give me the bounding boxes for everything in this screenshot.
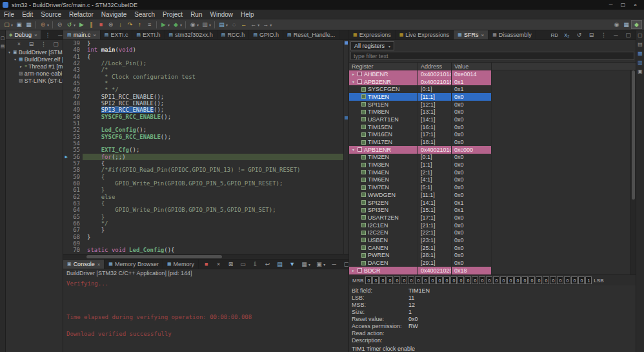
- menu-navigate[interactable]: Navigate: [97, 11, 130, 18]
- bit-box[interactable]: 0: [493, 276, 499, 284]
- skip-all-breakpoints-icon[interactable]: ⊘: [55, 20, 65, 29]
- profile-icon[interactable]: ◉▾: [188, 20, 200, 29]
- minimize-button[interactable]: ─: [605, 2, 617, 8]
- debug-tree-item[interactable]: ▾▦BuildDriver.elf [...: [6, 56, 63, 63]
- registers-filter-dropdown[interactable]: All registers ▾: [350, 41, 394, 50]
- tree-exp-icon[interactable]: ▾: [7, 50, 12, 54]
- bit-box[interactable]: 0: [557, 276, 563, 284]
- debug-perspective-icon[interactable]: ◆: [631, 20, 642, 29]
- menu-window[interactable]: Window: [206, 11, 237, 18]
- sfr-row-tim15en[interactable]: TIM15EN[16:1]0x0: [349, 123, 636, 131]
- sfr-row-i2c2en[interactable]: I2C2EN[22:1]0x0: [349, 229, 636, 236]
- bit-box[interactable]: 0: [578, 276, 585, 284]
- sfr-scrollbar-thumb[interactable]: [632, 70, 635, 200]
- bit-box[interactable]: 0: [458, 276, 464, 284]
- step-into-icon[interactable]: ↓: [116, 20, 125, 29]
- save-all-icon[interactable]: ▦: [24, 20, 34, 29]
- minimize-view-icon[interactable]: ─: [611, 30, 621, 39]
- restore-views-icon[interactable]: ▢: [1, 36, 5, 41]
- step-over-icon[interactable]: ↷: [125, 20, 135, 29]
- hex-format-icon[interactable]: x₂: [562, 30, 572, 39]
- menu-run[interactable]: Run: [186, 11, 206, 18]
- sfr-row-tim8en[interactable]: TIM8EN[13:1]0x0: [349, 108, 636, 116]
- bit-box[interactable]: 0: [387, 276, 393, 284]
- instruction-stepping-icon[interactable]: ≡: [145, 20, 154, 29]
- menu-search[interactable]: Search: [130, 11, 159, 18]
- bit-box[interactable]: 1: [585, 276, 592, 284]
- close-button[interactable]: ×: [629, 2, 641, 8]
- horizontal-scrollbar[interactable]: [63, 254, 348, 259]
- bit-box[interactable]: 0: [564, 276, 570, 284]
- bit-box[interactable]: 0: [365, 276, 372, 284]
- editor-tab-exti-h[interactable]: ▤EXTI.h: [132, 30, 165, 39]
- chevron-down-icon[interactable]: ▾: [351, 147, 356, 152]
- coverage-icon[interactable]: ▥▾: [200, 20, 212, 29]
- new-file-icon[interactable]: ▤▾: [217, 20, 229, 29]
- collapse-all-icon[interactable]: ⊟: [587, 30, 596, 39]
- sfr-row-usben[interactable]: USBEN[23:1]0x0: [349, 236, 636, 244]
- bit-box[interactable]: 0: [436, 276, 443, 284]
- sfr-row-syscfgen[interactable]: SYSCFGEN[0:1]0x1: [349, 85, 636, 93]
- chevron-right-icon[interactable]: ▸: [351, 72, 356, 76]
- outline-icon[interactable]: ▣: [638, 69, 643, 74]
- show-stdout-icon[interactable]: ▤: [275, 260, 285, 269]
- bit-box[interactable]: 0: [521, 276, 528, 284]
- run-icon[interactable]: ▶▾: [159, 20, 171, 29]
- column-header-register[interactable]: Register: [349, 63, 418, 70]
- terminate-console-icon[interactable]: ■: [201, 260, 211, 269]
- remove-all-launches-icon[interactable]: ⊠: [226, 260, 236, 269]
- last-edit-location-icon[interactable]: ←: [239, 20, 248, 29]
- close-icon[interactable]: ×: [34, 32, 37, 38]
- bit-box[interactable]: 0: [465, 276, 471, 284]
- forward-icon[interactable]: →▾: [261, 20, 273, 29]
- bit-box[interactable]: 0: [443, 276, 450, 284]
- search-icon[interactable]: ◌: [229, 20, 239, 29]
- column-header-value[interactable]: Value: [452, 63, 492, 70]
- tree-exp-icon[interactable]: ▸: [19, 64, 23, 68]
- maximize-view-icon[interactable]: ▢: [623, 30, 633, 39]
- bit-box[interactable]: 0: [479, 276, 485, 284]
- save-icon[interactable]: ▣: [14, 20, 24, 29]
- view-menu-icon[interactable]: ⋮: [43, 30, 53, 39]
- sfr-row-bdcr[interactable]: ▸BDCR0x400210200x18: [349, 267, 636, 274]
- bit-box[interactable]: 0: [415, 276, 421, 284]
- sfr-row-canen[interactable]: CANEN[25:1]0x0: [349, 244, 636, 252]
- bit-box[interactable]: 0: [422, 276, 428, 284]
- console-tab-memory[interactable]: ▦Memory: [163, 260, 199, 269]
- bit-box[interactable]: 0: [514, 276, 521, 284]
- bit-box[interactable]: 0: [394, 276, 400, 284]
- force-read-icon[interactable]: ↺: [574, 30, 584, 39]
- sfr-row-tim17en[interactable]: TIM17EN[18:1]0x0: [349, 138, 636, 146]
- debug-tree-item[interactable]: ▨ST-LINK (ST-LIN...: [6, 77, 63, 84]
- sfr-row-tim1en[interactable]: TIM1EN[11:1]0x0: [349, 93, 636, 101]
- menu-project[interactable]: Project: [159, 11, 186, 18]
- static-stack-analyzer-icon[interactable]: ▥: [638, 60, 643, 65]
- quick-access-search-icon[interactable]: ◉: [612, 20, 621, 29]
- sfr-row-apb2enr[interactable]: ▾APB2ENR0x400210180x1: [349, 78, 636, 86]
- minimize-view-icon[interactable]: ─: [329, 260, 339, 269]
- sfr-view-menu-icon[interactable]: ⋮: [599, 30, 609, 39]
- tree-exp-icon[interactable]: ▾: [13, 57, 17, 61]
- sfr-scrollbar[interactable]: [630, 70, 636, 274]
- tab-debug[interactable]: ◆ Debug ×: [6, 30, 41, 39]
- editor-tab-reset-handle-[interactable]: ▤Reset_Handle...: [283, 30, 339, 39]
- menu-refactor[interactable]: Refactor: [65, 11, 97, 18]
- debug-tree-item[interactable]: ▨arm-none-eabi-...: [6, 70, 63, 77]
- sfr-row-tim16en[interactable]: TIM16EN[17:1]0x0: [349, 131, 636, 139]
- scroll-lock-icon[interactable]: ⇩: [250, 260, 260, 269]
- chevron-down-icon[interactable]: ▾: [351, 79, 356, 84]
- bit-box[interactable]: 0: [401, 276, 407, 284]
- bit-box[interactable]: 0: [486, 276, 492, 284]
- sfr-row-spi3en[interactable]: SPI3EN[15:1]0x1: [349, 206, 636, 214]
- tab-disassembly[interactable]: ▦Disassembly: [488, 30, 536, 39]
- close-icon[interactable]: ×: [93, 32, 96, 38]
- bit-box[interactable]: 0: [472, 276, 478, 284]
- console-tab-console[interactable]: ▣Console×: [63, 260, 105, 269]
- maximize-button[interactable]: ▢: [617, 2, 629, 8]
- bit-box[interactable]: 0: [507, 276, 514, 284]
- sfr-row-wwdgen[interactable]: WWDGEN[11:1]0x0: [349, 191, 636, 199]
- bit-box[interactable]: 0: [379, 276, 386, 284]
- editor-tab-stm32f302xx-h[interactable]: ▤stm32f302xx.h: [165, 30, 217, 39]
- debug-tree-item[interactable]: ▾▣BuildDriver [STM32...: [6, 48, 63, 56]
- sfr-row-pwren[interactable]: PWREN[28:1]0x0: [349, 252, 636, 260]
